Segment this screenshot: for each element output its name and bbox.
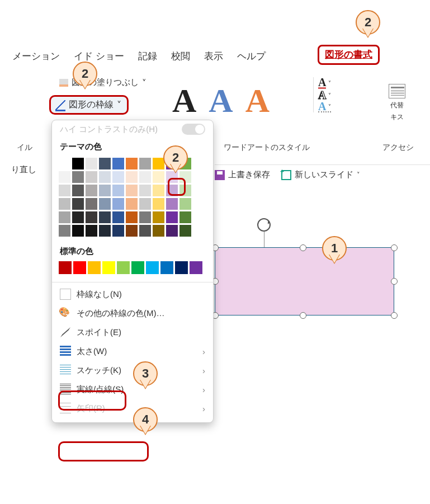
color-swatch[interactable]	[99, 198, 111, 210]
color-swatch[interactable]	[86, 158, 97, 169]
color-swatch[interactable]	[179, 225, 191, 237]
color-swatch[interactable]	[59, 185, 70, 196]
tab-review[interactable]: 校閲	[171, 50, 190, 63]
color-swatch[interactable]	[160, 261, 173, 274]
color-swatch[interactable]	[126, 211, 138, 223]
color-swatch[interactable]	[139, 225, 151, 237]
more-outline-colors-item[interactable]: その他の枠線の色(M)…	[52, 304, 213, 323]
color-swatch[interactable]	[166, 225, 178, 237]
color-swatch[interactable]	[99, 171, 111, 183]
color-swatch[interactable]	[166, 185, 178, 196]
color-swatch[interactable]	[72, 211, 84, 223]
color-swatch[interactable]	[102, 261, 115, 274]
color-swatch[interactable]	[72, 171, 84, 183]
color-swatch[interactable]	[126, 171, 138, 183]
color-swatch[interactable]	[166, 198, 178, 210]
text-fill-button[interactable]: A˅	[318, 77, 331, 89]
tab-record[interactable]: 記録	[138, 50, 157, 63]
color-swatch[interactable]	[59, 198, 70, 210]
color-swatch[interactable]	[99, 211, 111, 223]
wordart-style-2[interactable]: A	[209, 84, 233, 117]
color-swatch[interactable]	[86, 185, 97, 196]
color-swatch[interactable]	[86, 225, 97, 237]
color-swatch[interactable]	[59, 225, 70, 237]
color-swatch[interactable]	[112, 198, 124, 210]
color-swatch[interactable]	[112, 158, 124, 169]
color-swatch[interactable]	[99, 225, 111, 237]
shape-outline-button[interactable]: 図形の枠線 ˅	[49, 95, 129, 115]
color-swatch[interactable]	[179, 185, 191, 196]
color-swatch[interactable]	[72, 198, 84, 210]
new-slide-button[interactable]: 新しいスライド ˅	[281, 169, 360, 180]
color-swatch[interactable]	[112, 185, 124, 196]
wordart-style-3[interactable]: A	[245, 84, 270, 117]
tab-slideshow[interactable]: イド ショー	[74, 50, 124, 63]
color-swatch[interactable]	[99, 185, 111, 196]
color-swatch[interactable]	[88, 261, 101, 274]
color-swatch[interactable]	[153, 158, 164, 169]
tab-view[interactable]: 表示	[204, 50, 223, 63]
color-swatch[interactable]	[179, 211, 191, 223]
dashes-item[interactable]: 実線/点線(S) ›	[52, 380, 213, 399]
color-swatch[interactable]	[112, 211, 124, 223]
color-swatch[interactable]	[179, 198, 191, 210]
rotate-handle[interactable]	[257, 218, 271, 232]
color-swatch[interactable]	[126, 198, 138, 210]
color-swatch[interactable]	[99, 158, 111, 169]
text-outline-button[interactable]: A˅	[318, 90, 331, 100]
high-contrast-toggle[interactable]	[182, 124, 205, 135]
color-swatch[interactable]	[153, 211, 164, 223]
resize-handle-n[interactable]	[300, 244, 306, 251]
color-swatch[interactable]	[175, 261, 188, 274]
color-swatch[interactable]	[72, 158, 84, 169]
color-swatch[interactable]	[139, 198, 151, 210]
no-outline-item[interactable]: 枠線なし(N)	[52, 285, 213, 304]
color-swatch[interactable]	[59, 261, 72, 274]
resize-handle-se[interactable]	[391, 312, 398, 319]
color-swatch[interactable]	[153, 225, 164, 237]
color-swatch[interactable]	[59, 158, 70, 169]
color-swatch[interactable]	[72, 225, 84, 237]
color-swatch[interactable]	[190, 261, 202, 274]
color-swatch[interactable]	[126, 158, 138, 169]
eyedropper-item[interactable]: スポイト(E)	[52, 323, 213, 342]
color-swatch[interactable]	[139, 158, 151, 169]
color-swatch[interactable]	[126, 185, 138, 196]
color-swatch[interactable]	[72, 185, 84, 196]
color-swatch[interactable]	[131, 261, 144, 274]
tab-animations[interactable]: メーション	[12, 50, 60, 63]
color-swatch[interactable]	[112, 225, 124, 237]
color-swatch[interactable]	[73, 261, 86, 274]
shape-fill-button[interactable]: 図形の塗りつぶし ˅	[59, 77, 147, 88]
color-swatch[interactable]	[146, 261, 159, 274]
alt-text-button[interactable]: 代替 キス	[389, 84, 405, 122]
color-swatch[interactable]	[86, 198, 97, 210]
save-button[interactable]: 上書き保存	[215, 169, 270, 180]
tab-shape-format[interactable]: 図形の書式	[318, 45, 380, 65]
color-swatch[interactable]	[86, 211, 97, 223]
color-swatch[interactable]	[112, 171, 124, 183]
color-swatch[interactable]	[139, 211, 151, 223]
color-swatch[interactable]	[126, 225, 138, 237]
color-swatch[interactable]	[153, 198, 164, 210]
color-swatch[interactable]	[117, 261, 130, 274]
color-swatch[interactable]	[153, 171, 164, 183]
color-swatch[interactable]	[59, 171, 70, 183]
wordart-style-1[interactable]: A	[172, 84, 196, 117]
color-swatch[interactable]	[139, 171, 151, 183]
resize-handle-e[interactable]	[391, 278, 398, 285]
resize-handle-s[interactable]	[300, 312, 306, 319]
color-swatch[interactable]	[86, 171, 97, 183]
wordart-style-gallery[interactable]: A A A	[172, 84, 270, 117]
color-swatch[interactable]	[153, 185, 164, 196]
color-swatch[interactable]	[179, 171, 191, 183]
color-swatch[interactable]	[166, 211, 178, 223]
resize-handle-ne[interactable]	[391, 244, 398, 251]
color-swatch[interactable]	[59, 211, 70, 223]
text-effects-button[interactable]: A˅	[318, 101, 331, 112]
color-swatch[interactable]	[139, 185, 151, 196]
selected-shape-rectangle[interactable]	[215, 247, 394, 315]
weight-item[interactable]: 太さ(W) ›	[52, 342, 213, 361]
sketch-item[interactable]: スケッチ(K) ›	[52, 361, 213, 380]
tab-help[interactable]: ヘルプ	[237, 50, 266, 63]
